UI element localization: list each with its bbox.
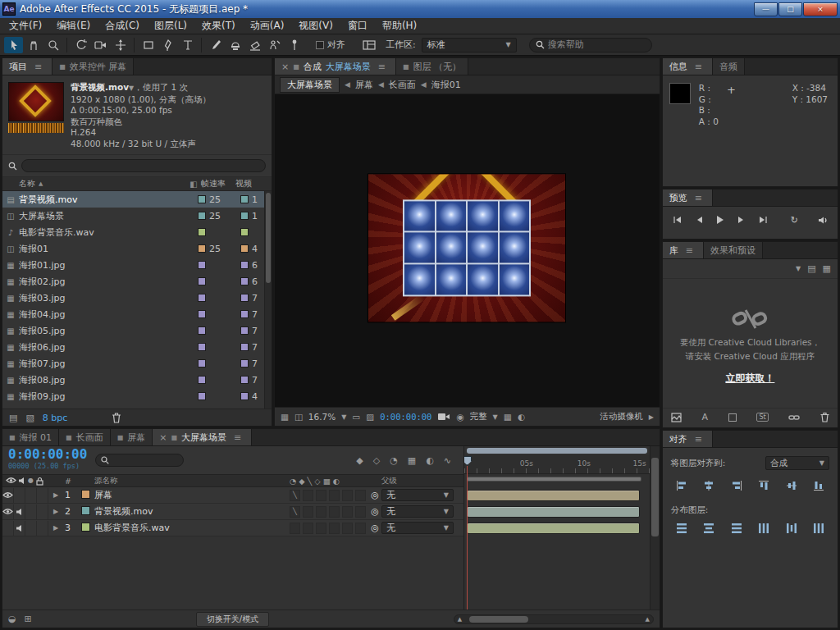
layer-name[interactable]: 屏幕 <box>94 489 290 501</box>
clone-stamp-tool-icon[interactable] <box>226 37 244 53</box>
guides-icon[interactable]: ◫ <box>294 412 303 422</box>
expand-arrow-icon[interactable]: ▶ <box>53 508 65 515</box>
column-name[interactable]: 名称▲ <box>2 178 186 189</box>
workspace-dropdown[interactable]: 标准 ▼ <box>422 38 517 52</box>
project-row[interactable]: ▦海报04.jpg7 <box>2 306 272 322</box>
previous-frame-button[interactable] <box>691 213 707 226</box>
menu-effect[interactable]: 效果(T) <box>194 18 243 34</box>
help-search[interactable] <box>529 38 652 52</box>
tab-effect-controls[interactable]: ■ 效果控件 屏幕 <box>52 58 134 75</box>
label-color-chip[interactable] <box>198 228 206 236</box>
tab-preview[interactable]: 预览 ≡ <box>663 189 713 206</box>
hand-tool-icon[interactable] <box>24 37 43 53</box>
last-frame-button[interactable] <box>755 213 771 226</box>
menu-file[interactable]: 文件(F) <box>2 18 49 34</box>
composition-panels-icon[interactable]: ⊞ <box>25 614 32 624</box>
timeline-tab-long[interactable]: ■长画面 <box>59 429 111 445</box>
trash-icon[interactable] <box>112 412 121 423</box>
camera-tool-icon[interactable] <box>91 37 110 53</box>
timeline-tab-screen[interactable]: ■屏幕 <box>111 429 153 445</box>
distribute-top-button[interactable] <box>673 521 691 536</box>
menu-animation[interactable]: 动画(A) <box>243 18 292 34</box>
align-bottom-button[interactable] <box>811 477 826 495</box>
roto-brush-tool-icon[interactable] <box>265 37 284 53</box>
panel-menu-icon[interactable]: ≡ <box>692 62 705 72</box>
magnification-value[interactable]: 16.7% <box>308 412 336 422</box>
eraser-tool-icon[interactable] <box>245 37 264 53</box>
type-tool-icon[interactable] <box>178 37 197 53</box>
tab-libraries[interactable]: 库 ≡ <box>663 242 704 258</box>
interpret-footage-icon[interactable]: ▤ <box>9 413 17 423</box>
resolution-value[interactable]: 完整 <box>470 411 487 422</box>
time-navigator[interactable] <box>467 448 647 454</box>
chevron-down-icon[interactable]: ▼ <box>493 413 498 421</box>
breadcrumb-item[interactable]: 大屏幕场景 <box>280 77 340 93</box>
label-color-chip[interactable] <box>198 376 206 384</box>
project-search-input[interactable] <box>21 159 266 172</box>
first-frame-button[interactable] <box>669 213 686 226</box>
layer-label-chip[interactable] <box>81 490 90 499</box>
roi-icon[interactable]: ▭ <box>352 412 360 422</box>
label-color-chip[interactable] <box>198 244 206 253</box>
library-dropdown-icon[interactable]: ▼ <box>796 265 801 272</box>
project-row[interactable]: ◫大屏幕场景251 <box>2 208 272 224</box>
close-button[interactable]: × <box>803 2 838 16</box>
expand-arrow-icon[interactable]: ▶ <box>53 524 65 532</box>
timeline-search[interactable] <box>95 454 184 467</box>
snapping-checkbox[interactable] <box>316 41 324 49</box>
audio-toggle[interactable] <box>14 504 25 519</box>
label-color-chip[interactable] <box>198 277 206 285</box>
puppet-pin-tool-icon[interactable] <box>285 37 304 53</box>
layer-name[interactable]: 背景视频.mov <box>94 505 290 518</box>
label-color-chip[interactable] <box>198 359 206 368</box>
parent-dropdown[interactable]: 无▼ <box>381 489 454 501</box>
comp-canvas[interactable] <box>368 174 565 322</box>
parent-dropdown[interactable]: 无▼ <box>381 522 454 534</box>
panel-menu-icon[interactable]: ≡ <box>375 62 389 72</box>
eye-toggle[interactable] <box>2 504 14 519</box>
project-row[interactable]: ▦海报06.jpg7 <box>2 339 272 355</box>
panel-menu-icon[interactable]: ≡ <box>692 434 705 445</box>
stock-icon[interactable]: St <box>756 413 768 422</box>
graph-editor-icon[interactable]: ∿ <box>444 455 451 466</box>
breadcrumb-item[interactable]: 屏幕 <box>355 79 373 91</box>
scroll-right-icon[interactable]: ▶ <box>649 413 654 421</box>
selection-tool-icon[interactable] <box>4 37 23 53</box>
lock-toggle[interactable] <box>37 504 48 519</box>
workspace-switcher-icon[interactable] <box>359 37 378 53</box>
always-preview-icon[interactable]: ▦ <box>281 412 289 422</box>
layer-label-chip[interactable] <box>81 506 90 515</box>
eye-toggle[interactable] <box>2 488 14 503</box>
solo-toggle[interactable] <box>25 488 37 503</box>
tab-audio[interactable]: 音频 <box>713 58 745 75</box>
panel-menu-icon[interactable]: ≡ <box>692 193 705 203</box>
tab-effects-presets[interactable]: 效果和预设 <box>704 242 763 258</box>
column-frame-rate[interactable]: 帧速率 <box>201 178 235 189</box>
label-color-chip[interactable] <box>198 195 206 203</box>
snapping-control[interactable]: 对齐 <box>316 39 345 51</box>
column-parent[interactable]: 父级 <box>381 476 463 486</box>
align-vertical-center-button[interactable] <box>784 477 799 495</box>
label-color-chip[interactable] <box>198 261 206 269</box>
parent-dropdown[interactable]: 无▼ <box>381 505 454 518</box>
solo-toggle[interactable] <box>25 504 37 519</box>
align-top-button[interactable] <box>756 477 771 495</box>
chevron-down-icon[interactable]: ▼ <box>341 413 346 421</box>
tab-composition[interactable]: × ■ 合成 大屏幕场景 ≡ <box>275 58 396 75</box>
rotate-tool-icon[interactable] <box>71 37 90 53</box>
get-now-link[interactable]: 立即获取！ <box>725 372 774 386</box>
align-right-button[interactable] <box>728 478 746 493</box>
pen-tool-icon[interactable] <box>158 37 177 53</box>
zoom-tool-icon[interactable] <box>43 37 62 53</box>
timeline-hscrollbar[interactable]: ▲ ▲ <box>454 614 654 624</box>
eye-toggle[interactable] <box>2 521 14 536</box>
tab-align[interactable]: 对齐 ≡ <box>663 431 713 447</box>
pickwhip-icon[interactable]: ◎ <box>368 523 381 533</box>
tab-project[interactable]: 项目 ≡ <box>2 58 52 75</box>
help-search-input[interactable] <box>548 39 638 50</box>
show-channel-icon[interactable]: ◉ <box>456 412 463 422</box>
panel-menu-icon[interactable]: ≡ <box>682 245 696 256</box>
scrollbar-thumb[interactable] <box>651 458 659 536</box>
tab-close-icon[interactable]: × <box>281 62 289 72</box>
column-layer-number[interactable]: # <box>65 477 81 486</box>
